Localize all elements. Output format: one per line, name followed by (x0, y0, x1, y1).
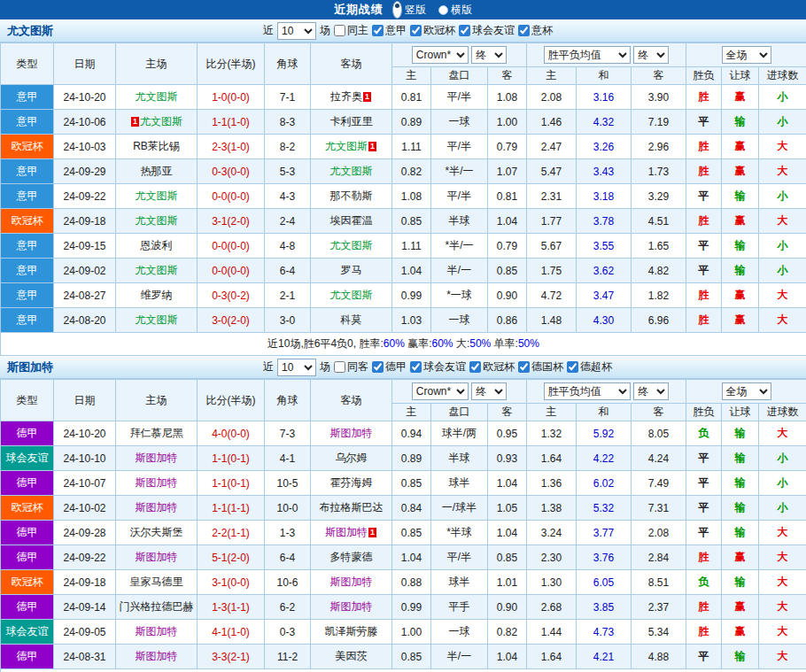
home-team-link[interactable]: 沃尔夫斯堡 (130, 526, 183, 538)
scope-select[interactable]: 全场 (722, 46, 771, 64)
layout-option-vertical[interactable]: 竖版 (392, 1, 426, 19)
home-team-link[interactable]: 皇家马德里 (130, 575, 183, 588)
checkbox-icon[interactable] (410, 361, 422, 373)
score-cell[interactable]: 2-2(1-1) (198, 521, 265, 545)
checkbox-icon[interactable] (334, 25, 345, 36)
away-team-link[interactable]: 科莫 (341, 313, 362, 326)
filter-checkbox[interactable]: 德甲 (372, 359, 407, 375)
score-cell[interactable]: 0-3(0-2) (198, 283, 265, 308)
odds-final-select[interactable]: 终 (471, 46, 507, 64)
radio-icon[interactable] (392, 1, 402, 19)
away-team-link[interactable]: 尤文图斯 (330, 165, 373, 177)
filter-checkbox[interactable]: 欧冠杯 (410, 23, 455, 38)
home-team-link[interactable]: 斯图加特 (136, 650, 178, 662)
away-team-link[interactable]: 斯图加特 (330, 575, 373, 588)
home-team-link[interactable]: 尤文图斯 (136, 264, 178, 276)
away-team-link[interactable]: 埃因霍温 (330, 214, 373, 227)
score-cell[interactable]: 4-1(1-0) (198, 620, 265, 645)
score-cell[interactable]: 3-3(2-1) (198, 645, 265, 669)
home-team-link[interactable]: 斯图加特 (136, 551, 178, 563)
score-cell[interactable]: 2-3(1-0) (198, 135, 265, 159)
filter-checkbox[interactable]: 球会友谊 (459, 23, 515, 38)
checkbox-icon[interactable] (469, 361, 481, 373)
avg-final-select[interactable]: 终 (633, 382, 669, 400)
checkbox-icon[interactable] (334, 361, 345, 373)
score-cell[interactable]: 0-0(0-0) (198, 259, 265, 283)
checkbox-icon[interactable] (518, 361, 530, 373)
away-team-link[interactable]: 多特蒙德 (330, 551, 373, 563)
score-cell[interactable]: 1-0(0-0) (198, 85, 265, 110)
layout-option-label[interactable]: 竖版 (405, 3, 426, 18)
home-team-link[interactable]: 门兴格拉德巴赫 (120, 600, 194, 613)
home-team-link[interactable]: 尤文图斯 (136, 214, 178, 227)
home-team-link[interactable]: 斯图加特 (136, 452, 178, 464)
home-team-link[interactable]: RB莱比锡 (133, 140, 180, 152)
filter-checkbox[interactable]: 德超杯 (567, 359, 612, 375)
home-team-link[interactable]: 尤文图斯 (140, 115, 182, 127)
away-team-link[interactable]: 布拉格斯巴达 (320, 501, 384, 514)
score-cell[interactable]: 0-0(0-0) (198, 184, 265, 209)
avg-final-select[interactable]: 终 (633, 46, 669, 64)
filter-checkbox[interactable]: 球会友谊 (410, 359, 466, 375)
score-cell[interactable]: 4-0(0-0) (198, 421, 265, 446)
score-cell[interactable]: 0-0(0-0) (198, 234, 265, 259)
checkbox-icon[interactable] (567, 361, 578, 373)
team-name[interactable]: 尤文图斯 (7, 23, 53, 39)
away-team-link[interactable]: 美因茨 (336, 650, 368, 662)
radio-icon[interactable] (438, 5, 448, 15)
score-cell[interactable]: 3-1(2-0) (198, 209, 265, 234)
home-team-link[interactable]: 斯图加特 (136, 625, 178, 637)
away-team-link[interactable]: 卡利亚里 (330, 115, 373, 127)
away-team-link[interactable]: 罗马 (341, 264, 362, 276)
bookmaker-select[interactable]: Crown* (412, 46, 469, 64)
score-cell[interactable]: 1-3(1-1) (198, 595, 265, 620)
scope-select[interactable]: 全场 (722, 382, 771, 400)
home-team-link[interactable]: 拜仁慕尼黑 (130, 427, 183, 439)
layout-option-horizontal[interactable]: 横版 (438, 3, 472, 18)
checkbox-icon[interactable] (459, 25, 470, 36)
filter-checkbox[interactable]: 同主 (334, 23, 368, 38)
filter-checkbox[interactable]: 意甲 (372, 23, 407, 38)
avg-odds-select[interactable]: 胜平负均值 (544, 46, 631, 64)
away-team-link[interactable]: 乌尔姆 (336, 452, 368, 464)
match-count-select[interactable]: 10 (277, 22, 316, 40)
away-team-link[interactable]: 尤文图斯 (330, 289, 373, 301)
home-team-link[interactable]: 尤文图斯 (136, 90, 178, 103)
away-team-link[interactable]: 斯图加特 (330, 600, 373, 613)
team-name[interactable]: 斯图加特 (7, 359, 53, 375)
odds-final-select[interactable]: 终 (471, 382, 507, 400)
checkbox-icon[interactable] (410, 25, 422, 36)
filter-checkbox[interactable]: 意杯 (518, 23, 553, 38)
home-team-link[interactable]: 恩波利 (141, 239, 173, 251)
away-team-link[interactable]: 斯图加特 (325, 526, 368, 538)
match-count-select[interactable]: 10 (277, 359, 316, 376)
checkbox-icon[interactable] (518, 25, 530, 36)
filter-checkbox[interactable]: 欧冠杯 (469, 359, 515, 375)
score-cell[interactable]: 3-0(2-0) (198, 308, 265, 333)
home-team-link[interactable]: 斯图加特 (136, 501, 178, 514)
home-team-link[interactable]: 尤文图斯 (136, 189, 178, 202)
checkbox-icon[interactable] (372, 25, 384, 36)
score-cell[interactable]: 5-1(2-0) (198, 545, 265, 570)
score-cell[interactable]: 1-1(1-1) (198, 496, 265, 521)
away-team-link[interactable]: 斯图加特 (330, 427, 373, 439)
away-team-link[interactable]: 霍芬海姆 (330, 476, 373, 489)
layout-option-label[interactable]: 横版 (451, 3, 472, 18)
checkbox-icon[interactable] (372, 361, 384, 373)
away-team-link[interactable]: 那不勒斯 (330, 189, 373, 202)
home-team-link[interactable]: 尤文图斯 (136, 313, 178, 326)
avg-odds-select[interactable]: 胜平负均值 (544, 382, 631, 400)
home-team-link[interactable]: 热那亚 (141, 165, 173, 177)
away-team-link[interactable]: 尤文图斯 (325, 140, 368, 152)
filter-checkbox[interactable]: 同客 (334, 359, 368, 375)
score-cell[interactable]: 1-1(0-1) (198, 446, 265, 471)
away-team-link[interactable]: 凯泽斯劳滕 (325, 625, 378, 637)
score-cell[interactable]: 1-1(0-1) (198, 471, 265, 496)
bookmaker-select[interactable]: Crown* (412, 382, 469, 400)
filter-checkbox[interactable]: 德国杯 (518, 359, 563, 375)
score-cell[interactable]: 3-1(0-0) (198, 570, 265, 595)
away-team-link[interactable]: 尤文图斯 (330, 239, 373, 251)
score-cell[interactable]: 1-1(1-0) (198, 110, 265, 135)
home-team-link[interactable]: 维罗纳 (141, 289, 173, 301)
home-team-link[interactable]: 斯图加特 (136, 476, 178, 489)
